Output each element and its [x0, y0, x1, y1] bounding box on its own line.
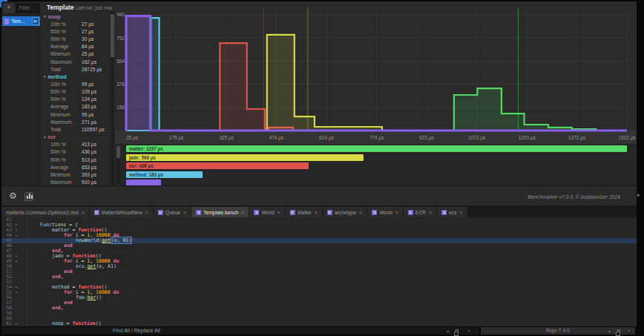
tab-label: ecs [449, 210, 456, 215]
svg-text:923 µs: 923 µs [419, 135, 434, 141]
fold-gutter [12, 306, 21, 311]
float-panel-icon[interactable] [617, 329, 620, 332]
tab-template-bench[interactable]: Template.bench× [191, 207, 249, 217]
run-benchmark-button[interactable]: ▶ [32, 17, 39, 25]
gutter-separator [27, 217, 27, 326]
fold-arrow-icon[interactable]: ▾ [12, 259, 21, 264]
tab-close-icon[interactable]: × [183, 210, 186, 215]
editor-line[interactable]: 58end, [1, 306, 637, 311]
tab-close-icon[interactable]: × [395, 210, 398, 215]
tab-ecr[interactable]: ECR× [404, 207, 436, 217]
benchmark-title: Template [47, 4, 74, 11]
chevron-down-icon[interactable]: ▾ [44, 14, 46, 19]
close-icon[interactable]: × [628, 329, 631, 333]
tab-close-icon[interactable]: × [82, 210, 85, 215]
benchmark-sidebar: + Filter Tem... ▶ [1, 1, 41, 185]
fold-arrow-icon[interactable]: ▾ [12, 290, 21, 295]
tab-matterwithoutnew[interactable]: MatterWithoutNew× [90, 207, 153, 217]
editor-line[interactable]: 56foo:bar() [1, 295, 637, 300]
chevron-down-icon[interactable]: ▾ [44, 135, 46, 139]
tab-close-icon[interactable]: × [429, 210, 432, 215]
fold-gutter [12, 238, 21, 243]
tab-matter[interactable]: Matter× [286, 207, 322, 217]
gear-icon[interactable]: ⚙ [9, 191, 17, 201]
script-icon [290, 210, 295, 215]
find-replace-bar[interactable]: Find All / Replace All ▾ × [1, 327, 479, 335]
tab-close-icon[interactable]: × [459, 210, 462, 215]
tab-world[interactable]: World× [249, 207, 284, 217]
tab-matterbr-common-optimus2-rbxl[interactable]: matterbr-Common-Optimus2.rbxl× [1, 207, 89, 217]
fold-gutter [12, 248, 21, 254]
sidebar-item-label: Tem... [11, 19, 32, 24]
editor-line[interactable]: 51end [1, 269, 637, 274]
bench-script-icon [4, 19, 9, 24]
code-text: newWorld:get(e, B1) [28, 238, 132, 243]
svg-text:25 µs: 25 µs [126, 135, 139, 141]
chevron-down-icon[interactable]: ▾ [608, 329, 611, 334]
code-text: end, [28, 274, 64, 280]
editor-line[interactable]: 41 [1, 217, 637, 223]
find-replace-label: Find All / Replace All [113, 328, 160, 333]
plugin-toolbar: ⚙ Benchmarker v7.3.0, © boatbomber 2024 [1, 185, 637, 206]
fold-gutter [12, 269, 21, 274]
tab-close-icon[interactable]: × [241, 210, 244, 215]
rojo-panel-bar[interactable]: Rojo 7.4.0 ▾ × [481, 327, 635, 335]
tab-close-icon[interactable]: × [359, 210, 362, 215]
svg-text:564: 564 [116, 59, 125, 64]
tab-close-icon[interactable]: × [315, 210, 318, 215]
chevron-down-icon[interactable]: ▾ [44, 74, 46, 79]
stats-panel: Template Last run: just now ▾noop10th %2… [41, 1, 115, 185]
bars-scrollbar-thumb[interactable] [116, 146, 120, 158]
editor-line[interactable]: 50ecs.get(e, A1) [1, 264, 637, 269]
tab-queue[interactable]: Queue× [154, 207, 191, 217]
results-bars: matter: 1197 µsjade: 568 µsecr: 436 µsme… [126, 145, 631, 185]
code-editor[interactable]: 4142▾Functions = {43▾matter = function()… [1, 217, 637, 326]
rojo-label: Rojo 7.4.0 [481, 328, 635, 333]
editor-line[interactable]: 59 [1, 311, 637, 316]
fold-gutter [12, 264, 21, 269]
stats-group-noop[interactable]: ▾noop [41, 13, 111, 20]
stats-group-name: method [48, 74, 67, 79]
editor-line[interactable]: 57end [1, 300, 637, 306]
stats-group-method[interactable]: ▾method [41, 73, 111, 80]
editor-line[interactable]: 61▾noop = function() [1, 321, 637, 326]
editor-line[interactable]: 52end, [1, 274, 637, 280]
benchmarker-plugin-icon[interactable] [24, 192, 33, 201]
tab-world[interactable]: World× [367, 207, 402, 217]
stats-scrollbar-thumb[interactable] [111, 14, 114, 57]
stat-row: 50th %436 µs [41, 148, 111, 156]
add-benchmark-button[interactable]: + [4, 4, 14, 13]
sidebar-item-template[interactable]: Tem... ▶ [2, 16, 40, 26]
fold-arrow-icon[interactable]: ▾ [12, 254, 21, 259]
tab-label: MatterWithoutNew [102, 210, 142, 215]
code-text: end [28, 300, 73, 306]
stats-group-ecr[interactable]: ▾ecr [41, 134, 111, 141]
script-icon [158, 210, 163, 215]
tab-ecs[interactable]: ecs× [437, 207, 467, 217]
svg-text:1073 µs: 1073 µs [468, 135, 486, 141]
tab-close-icon[interactable]: × [145, 210, 148, 215]
chevron-down-icon[interactable]: ▾ [447, 329, 449, 334]
editor-line[interactable]: 46end [1, 243, 637, 248]
stat-row: Total28725 µs [41, 65, 111, 73]
fold-arrow-icon[interactable]: ▾ [12, 233, 21, 238]
bars-scrollbar[interactable] [116, 145, 120, 184]
svg-text:774 µs: 774 µs [369, 135, 384, 141]
script-icon [327, 210, 332, 215]
stats-scrollbar[interactable] [111, 12, 114, 185]
fold-arrow-icon[interactable]: ▾ [12, 285, 21, 290]
fold-arrow-icon[interactable]: ▾ [12, 321, 21, 326]
editor-line-current[interactable]: 45newWorld:get(e, B1) [1, 238, 637, 243]
filter-input[interactable]: Filter [16, 4, 39, 13]
fold-gutter [12, 311, 21, 316]
line-number: 61 [1, 321, 12, 326]
fold-arrow-icon[interactable]: ▾ [12, 223, 21, 228]
expand-panel-icon[interactable]: ▸ [637, 192, 640, 198]
tab-archetype[interactable]: archetype× [323, 207, 367, 217]
tab-close-icon[interactable]: × [277, 210, 280, 215]
stat-row: Average183 µs [41, 103, 111, 111]
close-icon[interactable]: × [467, 329, 470, 333]
float-panel-icon[interactable] [456, 329, 459, 332]
fold-arrow-icon[interactable]: ▾ [12, 228, 21, 233]
stat-row: Maximum162 µs [41, 58, 111, 65]
